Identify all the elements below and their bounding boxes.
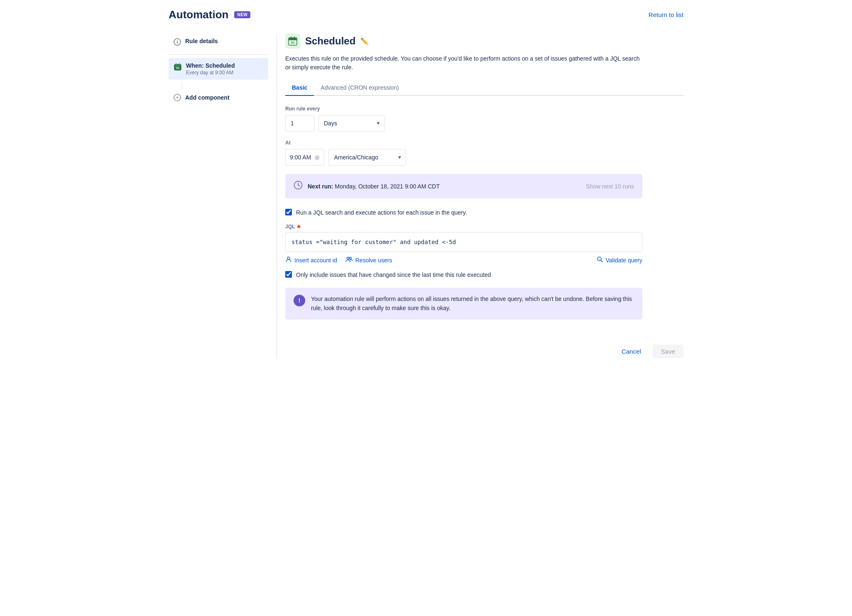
new-badge: NEW [234, 11, 250, 18]
account-icon [285, 256, 292, 264]
svg-text:i: i [176, 39, 178, 44]
info-icon: i [174, 38, 181, 47]
sidebar-divider [169, 54, 268, 55]
warning-text: Your automation rule will perform action… [311, 294, 634, 313]
warning-icon: ! [294, 295, 305, 306]
tab-basic[interactable]: Basic [285, 80, 314, 96]
interval-unit-wrapper: Minutes Hours Days Weeks Months ▼ [318, 115, 385, 132]
sidebar-item-rule-details[interactable]: i Rule details [169, 34, 268, 51]
run-rule-every-label: Run rule every [285, 106, 642, 112]
tabs: Basic Advanced (CRON expression) [285, 80, 683, 96]
svg-point-19 [347, 257, 349, 259]
scheduled-title: When: Scheduled [186, 62, 235, 69]
next-run-text: Next run: Monday, October 18, 2021 9:00 … [308, 183, 440, 190]
insert-account-id-button[interactable]: Insert account id [285, 256, 337, 264]
resolve-users-button[interactable]: Resolve users [345, 256, 392, 264]
at-row: 9:00 AM ⊗ America/Chicago America/New_Yo… [285, 149, 642, 166]
cancel-button[interactable]: Cancel [615, 345, 648, 358]
content-area: 31 Scheduled ✏️ Executes this rule on th… [277, 34, 683, 358]
run-rule-every-row: Minutes Hours Days Weeks Months ▼ [285, 115, 642, 132]
jql-left-actions: Insert account id Re [285, 256, 392, 264]
jql-checkbox[interactable] [285, 209, 292, 215]
svg-text:31: 31 [176, 66, 179, 69]
svg-text:31: 31 [291, 41, 295, 44]
svg-point-20 [349, 257, 351, 259]
at-label: At [285, 140, 642, 146]
only-changed-label: Only include issues that have changed si… [296, 271, 491, 279]
jql-checkbox-label: Run a JQL search and execute actions for… [296, 208, 467, 217]
footer: Cancel Save [285, 336, 683, 358]
next-run-datetime: Monday, October 18, 2021 9:00 AM CDT [335, 183, 440, 190]
timezone-wrapper: America/Chicago America/New_York America… [328, 149, 406, 166]
app-title: Automation [169, 8, 228, 21]
time-input-wrapper: 9:00 AM ⊗ [285, 149, 324, 166]
calendar-icon: 31 [174, 63, 182, 72]
add-component[interactable]: Add component [169, 90, 268, 105]
content-header: 31 Scheduled ✏️ [285, 34, 683, 49]
connector-line [182, 81, 182, 90]
warning-box: ! Your automation rule will perform acti… [285, 288, 642, 320]
next-run-box: Next run: Monday, October 18, 2021 9:00 … [285, 174, 642, 198]
return-to-list-link[interactable]: Return to list [649, 11, 683, 18]
jql-checkbox-row: Run a JQL search and execute actions for… [285, 208, 642, 217]
show-next-10-runs-button[interactable]: Show next 10 runs [586, 183, 634, 190]
top-bar-left: Automation NEW [169, 8, 250, 21]
trigger-icon: 31 [285, 34, 300, 49]
scheduled-subtitle: Every day at 9:00 AM [186, 70, 235, 76]
required-star: ★ [296, 224, 301, 230]
add-component-circle [174, 94, 181, 101]
svg-rect-11 [289, 38, 297, 40]
save-button[interactable]: Save [653, 345, 683, 358]
only-changed-checkbox[interactable] [285, 271, 292, 278]
validate-query-button[interactable]: Validate query [597, 256, 642, 264]
jql-label: JQL ★ [285, 224, 642, 230]
timezone-select[interactable]: America/Chicago America/New_York America… [328, 149, 406, 166]
svg-rect-13 [294, 37, 295, 39]
jql-input[interactable] [285, 232, 642, 252]
edit-icon[interactable]: ✏️ [360, 37, 369, 45]
tab-advanced[interactable]: Advanced (CRON expression) [314, 80, 405, 96]
users-icon [345, 256, 353, 264]
add-component-label: Add component [185, 94, 230, 101]
schedule-form: Run rule every Minutes Hours Days Weeks … [285, 106, 642, 320]
sidebar-item-scheduled[interactable]: 31 When: Scheduled Every day at 9:00 AM [169, 58, 268, 80]
svg-line-22 [601, 260, 602, 262]
rule-details-title: Rule details [185, 38, 218, 44]
jql-actions: Insert account id Re [285, 256, 642, 264]
top-bar: Automation NEW Return to list [169, 8, 683, 21]
search-icon [597, 256, 603, 264]
clock-icon [294, 181, 303, 192]
time-value: 9:00 AM [290, 154, 311, 161]
sidebar: i Rule details 31 [169, 34, 277, 358]
interval-unit-select[interactable]: Minutes Hours Days Weeks Months [318, 115, 385, 132]
svg-line-17 [298, 185, 300, 186]
interval-value-input[interactable] [285, 115, 314, 132]
svg-rect-12 [291, 37, 292, 39]
trigger-description: Executes this rule on the provided sched… [285, 54, 642, 72]
clear-time-button[interactable]: ⊗ [314, 154, 320, 161]
svg-point-18 [287, 257, 290, 259]
next-run-label: Next run: [308, 183, 333, 190]
only-changed-checkbox-row: Only include issues that have changed si… [285, 271, 642, 279]
main-layout: i Rule details 31 [169, 34, 683, 358]
trigger-title: Scheduled [305, 35, 355, 47]
